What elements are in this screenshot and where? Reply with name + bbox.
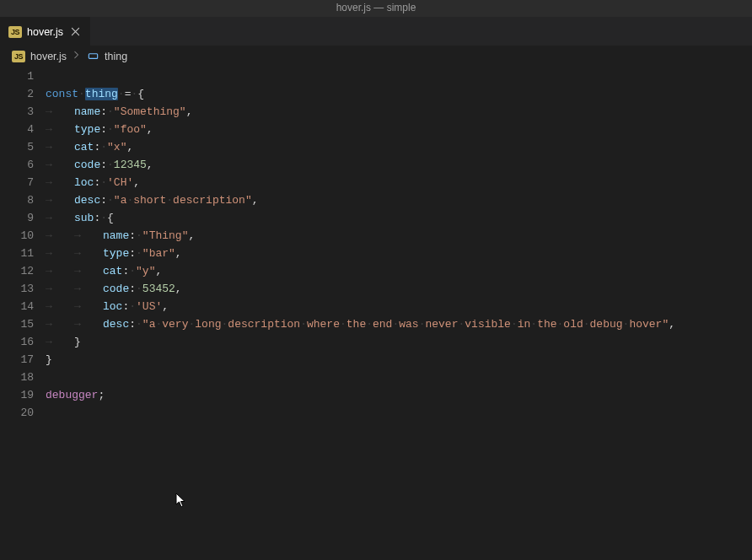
window-title: hover.js — simple [336, 2, 416, 13]
code-line[interactable]: 13 →→code:·53452, [0, 280, 752, 298]
code-line[interactable]: 20 [0, 404, 752, 422]
line-number: 20 [0, 404, 42, 422]
svg-rect-0 [89, 54, 97, 59]
breadcrumb-file[interactable]: hover.js [30, 51, 67, 62]
line-number: 16 [0, 333, 42, 351]
line-number: 1 [0, 67, 42, 85]
code-line[interactable]: 14 →→loc:·'US', [0, 298, 752, 315]
code-line[interactable]: 6 →code:·12345, [0, 156, 752, 174]
code-line[interactable]: 10 →→name:·"Thing", [0, 227, 752, 245]
line-number: 13 [0, 280, 42, 298]
code-line[interactable]: 18 [0, 369, 752, 386]
code-line[interactable]: 15 →→desc:·"a·very·long·description·wher… [0, 315, 752, 333]
line-number: 4 [0, 121, 42, 138]
symbol-variable-icon [87, 50, 99, 62]
code-line[interactable]: 17 } [0, 351, 752, 369]
line-number: 15 [0, 315, 42, 333]
tab-hover-js[interactable]: JS hover.js [0, 17, 90, 46]
line-number: 10 [0, 227, 42, 245]
code-line[interactable]: 3 →name:·"Something", [0, 103, 752, 121]
code-line[interactable]: 1 [0, 67, 752, 85]
line-number: 7 [0, 174, 42, 191]
line-number: 17 [0, 351, 42, 369]
code-line[interactable]: 4 →type:·"foo", [0, 121, 752, 138]
code-line[interactable]: 11 →→type:·"bar", [0, 245, 752, 262]
line-number: 14 [0, 298, 42, 315]
line-number: 11 [0, 245, 42, 262]
code-line[interactable]: 9 →sub:·{ [0, 209, 752, 227]
code-line[interactable]: 5 →cat:·"x", [0, 138, 752, 156]
line-number: 3 [0, 103, 42, 121]
code-line[interactable]: 2 const·thing·=·{ [0, 85, 752, 103]
code-line[interactable]: 7 →loc:·'CH', [0, 174, 752, 191]
line-number: 18 [0, 369, 42, 386]
code-line[interactable]: 19 debugger; [0, 386, 752, 404]
breadcrumb-symbol[interactable]: thing [105, 51, 127, 62]
code-line[interactable]: 16 →} [0, 333, 752, 351]
close-icon[interactable] [68, 25, 82, 39]
tab-bar: JS hover.js [0, 17, 752, 46]
tab-label: hover.js [27, 26, 63, 38]
line-number: 12 [0, 262, 42, 280]
line-number: 8 [0, 191, 42, 209]
code-editor[interactable]: 1 2 const·thing·=·{ 3 →name:·"Something"… [0, 67, 752, 560]
selection: thing [85, 88, 118, 100]
breadcrumb[interactable]: JS hover.js thing [0, 46, 752, 67]
chevron-right-icon [72, 50, 82, 62]
line-number: 6 [0, 156, 42, 174]
window-titlebar: hover.js — simple [0, 0, 752, 17]
line-number: 19 [0, 386, 42, 404]
line-number: 5 [0, 138, 42, 156]
line-number: 9 [0, 209, 42, 227]
js-file-icon: JS [8, 26, 22, 38]
mouse-cursor-icon [175, 493, 187, 511]
code-line[interactable]: 8 →desc:·"a·short·description", [0, 191, 752, 209]
code-line[interactable]: 12 →→cat:·"y", [0, 262, 752, 280]
js-file-icon: JS [12, 51, 25, 62]
line-number: 2 [0, 85, 42, 103]
